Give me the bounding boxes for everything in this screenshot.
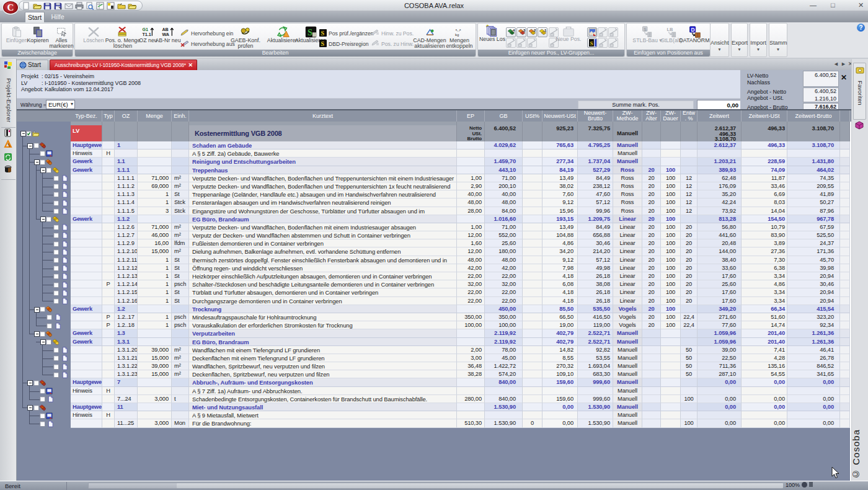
svg-text:kg: kg [455, 33, 459, 37]
svg-text:S: S [321, 40, 325, 47]
svg-text:WA: WA [162, 32, 169, 37]
svg-text:AB: AB [162, 27, 169, 32]
svg-text:S: S [307, 27, 312, 37]
svg-text:4: 4 [513, 29, 515, 32]
svg-text:↖↗: ↖↗ [455, 29, 461, 32]
svg-text:S: S [644, 27, 647, 31]
svg-text:D: D [691, 26, 695, 32]
svg-text:2: 2 [534, 29, 536, 32]
svg-text:S: S [321, 30, 325, 37]
svg-text:S: S [590, 40, 593, 47]
svg-text:3: 3 [523, 29, 526, 32]
